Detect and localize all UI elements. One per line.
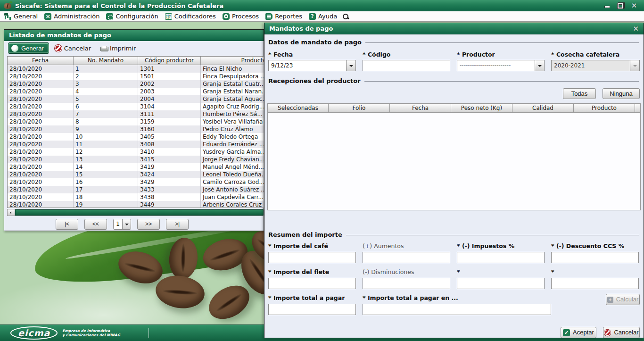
table-row[interactable]: 28/10/2020143419Manuel Angel Ménd... [8, 163, 264, 171]
app-titlebar: Siscafe: Sistema para el Control de la P… [0, 0, 644, 11]
importe-total-en-label: * Importe total a pagar en ... [363, 294, 458, 301]
recepciones-column-header[interactable]: Peso neto (Kg) [451, 103, 512, 113]
menu-item-general[interactable]: General [2, 11, 42, 22]
resumen-field-input[interactable] [457, 252, 545, 263]
aceptar-button[interactable]: Aceptar [561, 327, 596, 338]
table-row[interactable]: 28/10/2020183438Juan Capdevila Carr... [8, 193, 264, 201]
codigo-input[interactable] [363, 60, 450, 71]
table-row[interactable]: 28/10/202052004Granja Estatal Aguac... [8, 95, 264, 103]
scrollbar-thumb[interactable] [15, 209, 264, 216]
menu-item-admin[interactable]: Administración [42, 11, 104, 22]
productor-label: * Productor [457, 51, 495, 58]
table-cell: 3429 [138, 178, 201, 186]
table-cell: 28/10/2020 [8, 95, 74, 103]
table-cell: 5 [74, 95, 138, 103]
page-last-button[interactable]: >| [166, 219, 189, 230]
table-row[interactable]: 28/10/2020193449Arbenis Corales Cruz [8, 201, 264, 208]
column-header[interactable]: Productor [201, 57, 264, 65]
table-cell: 9 [74, 125, 138, 133]
dialog-title: Mandatos de pago [269, 25, 333, 32]
table-row[interactable]: 28/10/202083159Yosibel Vera Villafaña [8, 118, 264, 125]
resumen-field-input[interactable] [457, 278, 545, 289]
menu-item-codif[interactable]: Codificadores [163, 11, 220, 22]
fecha-value: 9/12/23 [269, 62, 346, 69]
resumen-field-input[interactable] [268, 278, 356, 289]
fecha-datepicker[interactable]: 9/12/23 [268, 60, 356, 71]
table-row[interactable]: 28/10/202032002Granja Estatal Cuatr... [8, 80, 264, 88]
ninguna-button[interactable]: Ninguna [603, 88, 640, 99]
menu-item-config[interactable]: Configuración [104, 11, 162, 22]
fecha-dropdown-icon[interactable] [346, 60, 355, 71]
importe-total-input[interactable] [268, 304, 356, 315]
cancelar-dialog-label: Cancelar [614, 327, 638, 338]
productor-dropdown-icon[interactable] [535, 60, 544, 71]
menu-item-ayuda[interactable]: Ayuda [306, 11, 341, 22]
window-listado-mandatos: Listado de mandatos de pago Generar Canc… [4, 29, 264, 231]
resumen-field-input[interactable] [551, 278, 639, 289]
recepciones-column-header[interactable]: Producto [574, 103, 635, 113]
resumen-field-input[interactable] [363, 252, 450, 263]
table-cell: 3419 [138, 163, 201, 171]
resumen-field-label: (+) Aumentos [363, 242, 404, 250]
calcular-button[interactable]: Calcular [606, 294, 640, 305]
table-row[interactable]: 28/10/2020123410Yusdrey García Alma... [8, 148, 264, 156]
scroll-left-icon[interactable] [8, 209, 15, 216]
menu-item-procesos[interactable]: Procesos [220, 11, 263, 22]
table-row[interactable]: 28/10/202042003Granja Estatal Naran... [8, 88, 264, 95]
page-select[interactable]: 1 [113, 219, 131, 230]
resumen-field-input[interactable] [363, 278, 450, 289]
column-header[interactable]: Fecha [8, 57, 74, 65]
section-resumen-title: Resumen del importe [268, 231, 639, 238]
minimize-icon[interactable] [604, 3, 611, 8]
table-row[interactable]: 28/10/2020173433José Antonio Suárez ... [8, 186, 264, 193]
cancelar-toolbar-button[interactable]: Cancelar [51, 42, 95, 54]
imprimir-toolbar-button[interactable]: Imprimir [97, 42, 140, 54]
mandatos-table[interactable]: FechaNo. MandatoCódigo productorProducto… [7, 56, 264, 208]
search-icon[interactable] [342, 13, 349, 20]
resumen-field-input[interactable] [268, 252, 356, 263]
menu-label: Reportes [275, 13, 302, 20]
recepciones-column-header[interactable]: Folio [329, 103, 390, 113]
recepciones-column-header[interactable]: Calidad [512, 103, 574, 113]
close-icon[interactable]: ✕ [631, 3, 637, 8]
cosecha-select[interactable]: 2020-2021 [551, 60, 640, 71]
table-cell: 3111 [138, 110, 201, 118]
table-row[interactable]: 28/10/202093160Pedro Cruz Álamo [8, 125, 264, 133]
page-first-button[interactable]: |< [56, 219, 78, 230]
table-row[interactable]: 28/10/2020133415Jorge Fredy Chavian... [8, 156, 264, 163]
importe-total-en-input[interactable] [363, 304, 551, 315]
resumen-field-label: * (-) Impuestos % [457, 242, 514, 250]
table-cell: 3408 [138, 141, 201, 148]
menu-item-reportes[interactable]: Reportes [263, 11, 306, 22]
productor-value: ------------------------- [457, 62, 535, 69]
productor-select[interactable]: ------------------------- [457, 60, 545, 71]
recepciones-column-header[interactable]: Fecha [390, 103, 451, 113]
table-row[interactable]: 28/10/202021501Finca Despulpadora .. [8, 73, 264, 80]
restore-icon[interactable] [618, 3, 624, 8]
todas-button[interactable]: Todas [563, 88, 596, 99]
table-cell: 15 [74, 171, 138, 178]
horizontal-scrollbar[interactable] [7, 209, 264, 216]
table-row[interactable]: 28/10/2020103405Eddy Toledo Ortega [8, 133, 264, 141]
table-cell: 28/10/2020 [8, 156, 74, 163]
mandatos-table-header: FechaNo. MandatoCódigo productorProducto… [8, 57, 264, 65]
generar-button[interactable]: Generar [8, 42, 49, 54]
recepciones-column-header[interactable]: Seleccionadas [267, 103, 329, 113]
table-cell: Pedro Cruz Álamo [201, 125, 264, 133]
recepciones-table-body[interactable] [267, 113, 641, 210]
table-row[interactable]: 28/10/202073111Humberto Pérez Sá... [8, 110, 264, 118]
dialog-close-icon[interactable]: ✕ [633, 25, 639, 33]
page-next-button[interactable]: >> [137, 219, 160, 230]
table-row[interactable]: 28/10/202011301Finca El Nicho [8, 65, 264, 73]
cancelar-dialog-button[interactable]: Cancelar [603, 327, 640, 338]
page-prev-button[interactable]: << [84, 219, 107, 230]
table-row[interactable]: 28/10/2020163429Camilo Carroza God... [8, 178, 264, 186]
table-cell: 28/10/2020 [8, 88, 74, 95]
table-row[interactable]: 28/10/2020153424Leonel Toledo Dueña... [8, 171, 264, 178]
column-header[interactable]: Código productor [138, 57, 201, 65]
column-header[interactable]: No. Mandato [74, 57, 138, 65]
resumen-field-input[interactable] [551, 252, 639, 263]
table-row[interactable]: 28/10/202063104Agapito Cruz Rodríg... [8, 103, 264, 110]
generar-label: Generar [21, 45, 44, 52]
table-row[interactable]: 28/10/2020113408Eduardo Fernández ... [8, 141, 264, 148]
